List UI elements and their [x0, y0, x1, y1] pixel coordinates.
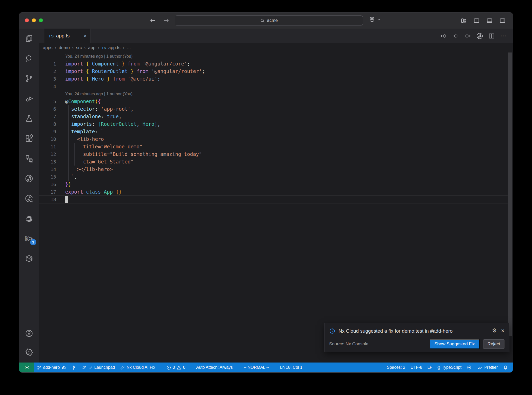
- code-line[interactable]: 17export class App {}: [39, 188, 508, 196]
- gitlens-current-button[interactable]: [451, 32, 460, 40]
- code-line[interactable]: 4: [39, 83, 508, 90]
- dependency-graph-icon: [25, 154, 34, 163]
- nx-cloud-view-button[interactable]: [23, 172, 35, 185]
- code-line[interactable]: 12 subtitle="Build something amazing tod…: [39, 150, 508, 158]
- reject-button[interactable]: Reject: [483, 339, 504, 349]
- line-number: 10: [39, 135, 56, 143]
- blame-annotation: You, 24 minutes ago | 1 author (You): [39, 90, 508, 98]
- code-line[interactable]: 13 cta="Get Started": [39, 158, 508, 166]
- toggle-panel-button[interactable]: [485, 16, 494, 25]
- nx-cloud-fix-status[interactable]: Nx Cloud AI Fix: [117, 363, 158, 372]
- files-icon: [25, 34, 34, 43]
- code-line[interactable]: 15 `,: [39, 173, 508, 181]
- code-line[interactable]: 1import { Component } from '@angular/cor…: [39, 60, 508, 68]
- braces-icon: {}: [437, 365, 440, 370]
- code-line[interactable]: 16}): [39, 181, 508, 188]
- nav-back-circle-icon: [440, 32, 447, 40]
- code-line[interactable]: 18: [39, 196, 508, 203]
- code-line[interactable]: 8 imports: [RouterOutlet, Hero],: [39, 120, 508, 128]
- breadcrumb-item[interactable]: app: [88, 45, 95, 50]
- container-view-button[interactable]: [23, 252, 35, 265]
- git-branch-status[interactable]: add-hero: [34, 363, 69, 372]
- indentation-status[interactable]: Spaces: 2: [384, 363, 408, 372]
- warning-icon: [176, 365, 181, 370]
- error-count: 0: [173, 365, 175, 370]
- notification-close-icon[interactable]: ×: [501, 327, 504, 334]
- chevron-right-icon: ›: [98, 45, 99, 51]
- vim-mode-status[interactable]: -- NORMAL --: [241, 363, 272, 372]
- gitlens-forward-button[interactable]: [463, 32, 472, 40]
- search-view-button[interactable]: [23, 52, 35, 65]
- line-number: 4: [39, 83, 56, 90]
- code-line[interactable]: 10 <lib-hero: [39, 135, 508, 143]
- history-back-button[interactable]: [149, 16, 157, 25]
- show-suggested-fix-button[interactable]: Show Suggested Fix: [430, 339, 480, 349]
- code-line[interactable]: 11 title="Welcmoe demo": [39, 143, 508, 150]
- breadcrumb-item[interactable]: apps: [43, 45, 52, 50]
- toggle-secondary-sidebar-button[interactable]: [498, 16, 507, 25]
- code-line[interactable]: 9 template: `: [39, 128, 508, 135]
- copilot-account-button[interactable]: [369, 16, 381, 23]
- gitlens-back-button[interactable]: [440, 32, 448, 40]
- copilot-status[interactable]: [464, 363, 475, 372]
- tab-close-button[interactable]: ×: [84, 33, 87, 39]
- minimize-window-button[interactable]: [32, 18, 36, 22]
- notification-settings-gear-icon[interactable]: ⚙: [492, 327, 497, 334]
- close-window-button[interactable]: [25, 18, 29, 22]
- edge-tools-view-button[interactable]: [23, 212, 35, 225]
- search-value: acme: [267, 18, 278, 23]
- circle-graph-icon: [24, 174, 34, 183]
- code-line[interactable]: 7 standalone: true,: [39, 113, 508, 120]
- history-forward-button[interactable]: [162, 16, 170, 25]
- code-line[interactable]: 14 ></lib-hero>: [39, 166, 508, 173]
- launchpad-status[interactable]: Launchpad: [79, 363, 117, 372]
- text-cursor: [65, 196, 68, 203]
- toggle-primary-sidebar-button[interactable]: [472, 16, 481, 25]
- settings-button[interactable]: [23, 346, 35, 358]
- copilot-icon: [467, 365, 472, 370]
- code-line[interactable]: 3import { Hero } from '@acme/ui';: [39, 75, 508, 83]
- code-line[interactable]: 2import { RouterOutlet } from '@angular/…: [39, 68, 508, 75]
- maximize-window-button[interactable]: [39, 18, 43, 22]
- line-number: 3: [39, 75, 56, 83]
- source-control-view-button[interactable]: [23, 72, 35, 85]
- code-line[interactable]: 5@Component({: [39, 98, 508, 105]
- eol-status[interactable]: LF: [425, 363, 435, 372]
- problems-status[interactable]: 0 0: [164, 363, 188, 372]
- accounts-button[interactable]: [23, 327, 35, 340]
- nx-fix-label: Nx Cloud AI Fix: [127, 365, 155, 370]
- encoding-status[interactable]: UTF-8: [408, 363, 425, 372]
- customize-layout-button[interactable]: [459, 16, 468, 25]
- nx-graph-button[interactable]: [475, 32, 484, 40]
- breadcrumb-symbol-tail[interactable]: …: [127, 45, 131, 50]
- breadcrumb-item[interactable]: demo: [59, 45, 70, 50]
- explorer-view-button[interactable]: [23, 32, 35, 45]
- more-actions-button[interactable]: ⋯: [499, 32, 508, 40]
- beaker-icon: [25, 114, 34, 123]
- split-editor-button[interactable]: [487, 32, 496, 40]
- breadcrumb-file[interactable]: app.ts: [108, 45, 120, 50]
- testing-view-button[interactable]: [23, 112, 35, 125]
- auto-attach-status[interactable]: Auto Attach: Always: [194, 363, 235, 372]
- nx-graph-search-view-button[interactable]: [23, 192, 35, 205]
- code-line[interactable]: 6 selector: 'app-root',: [39, 105, 508, 113]
- cursor-position-status[interactable]: Ln 18, Col 1: [277, 363, 305, 372]
- tab-app-ts[interactable]: TS app.ts ×: [44, 29, 91, 43]
- line-number: 11: [39, 143, 56, 150]
- branch-name: add-hero: [43, 365, 60, 370]
- editor-scrollbar[interactable]: [508, 52, 512, 336]
- package-cube-icon: [25, 254, 34, 263]
- notifications-bell-button[interactable]: [500, 363, 511, 372]
- nx-console-view-button[interactable]: N> 3: [23, 232, 35, 245]
- breadcrumb-item[interactable]: src: [76, 45, 82, 50]
- remote-indicator[interactable]: ><: [19, 363, 34, 372]
- rocket-icon: [82, 365, 87, 370]
- dependency-view-button[interactable]: [23, 152, 35, 165]
- extensions-view-button[interactable]: [23, 132, 35, 145]
- command-center-search[interactable]: acme: [175, 15, 363, 26]
- git-graph-status[interactable]: [69, 363, 79, 372]
- language-mode-status[interactable]: {} TypeScript: [435, 363, 464, 372]
- prettier-status[interactable]: Prettier: [475, 363, 500, 372]
- pencil-icon: [88, 365, 93, 370]
- run-debug-view-button[interactable]: [23, 92, 35, 105]
